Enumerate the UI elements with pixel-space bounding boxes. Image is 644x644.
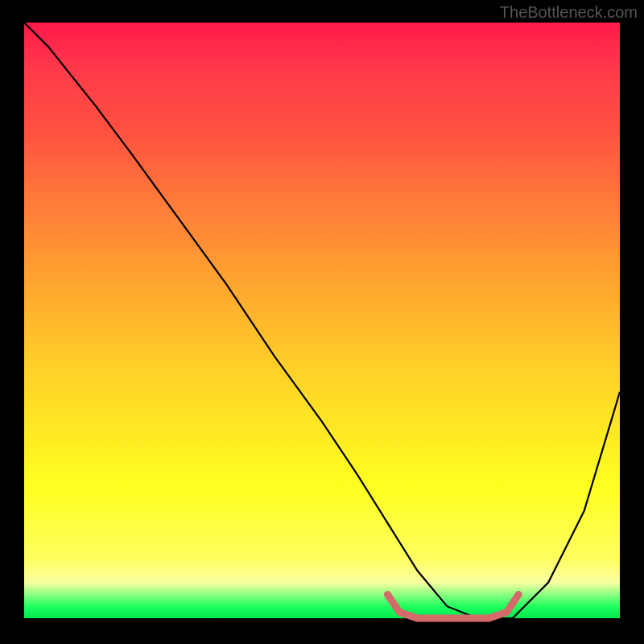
chart-plot-area bbox=[24, 23, 620, 618]
chart-svg bbox=[24, 23, 620, 618]
watermark-text: TheBottleneck.com bbox=[500, 3, 638, 22]
optimal-range-marker bbox=[387, 594, 518, 618]
bottleneck-curve bbox=[24, 23, 620, 618]
